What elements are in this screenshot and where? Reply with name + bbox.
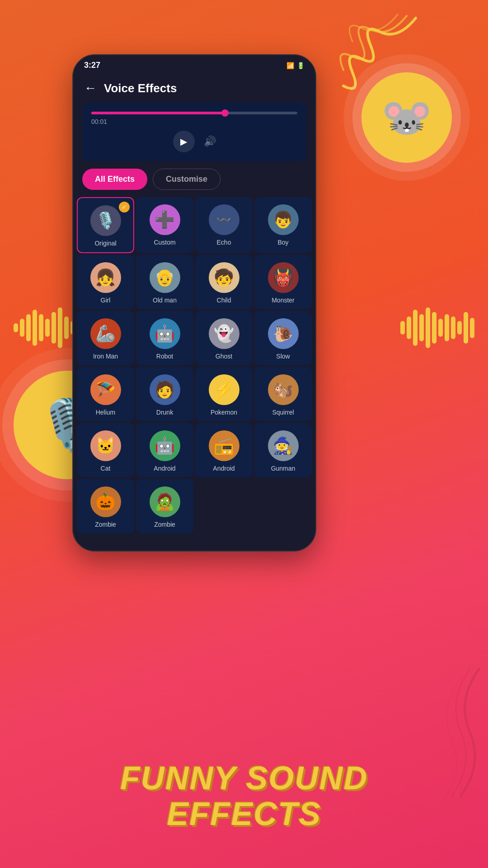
effect-icon-girl: 👧	[90, 262, 121, 293]
effect-drunk[interactable]: 🧑 Drunk	[136, 367, 193, 421]
effect-icon-child: 🧒	[209, 262, 239, 293]
effect-original[interactable]: ✓ 🎙️ Original	[77, 197, 134, 253]
progress-fill	[91, 112, 225, 114]
effect-label-drunk: Drunk	[156, 409, 173, 416]
effect-android[interactable]: 🤖 Android	[136, 423, 193, 477]
effect-icon-zombie2: 🧟	[150, 486, 180, 517]
effect-icon-drunk: 🧑	[150, 374, 180, 405]
time-display: 00:01	[91, 118, 107, 125]
effect-icon-echo: 〰️	[209, 204, 239, 235]
effect-icon-boy: 👦	[268, 204, 299, 235]
effect-label-cat: Cat	[101, 465, 111, 472]
effect-label-boy: Boy	[277, 239, 288, 246]
effect-girl[interactable]: 👧 Girl	[77, 255, 134, 309]
effect-custom[interactable]: ➕ Custom	[136, 197, 193, 253]
effect-label-old-man: Old man	[153, 297, 177, 304]
play-button[interactable]: ▶	[173, 131, 195, 152]
status-time: 3:27	[84, 61, 100, 70]
effect-helium[interactable]: 🪂 Helium	[77, 367, 134, 421]
wifi-icon: 📶	[286, 62, 294, 69]
effect-zombie1[interactable]: 🎃 Zombie	[77, 479, 134, 533]
page-title: Voice Effects	[104, 81, 177, 95]
effect-icon-custom: ➕	[150, 204, 180, 235]
selected-check: ✓	[119, 202, 130, 212]
progress-thumb[interactable]	[221, 109, 229, 117]
effect-label-android: Android	[154, 465, 175, 472]
audio-player: 00:01 ▶ 🔊	[82, 103, 306, 161]
effect-label-zombie1: Zombie	[95, 521, 116, 528]
effect-label-original: Original	[94, 240, 116, 247]
effect-label-custom: Custom	[154, 239, 175, 246]
effect-cat[interactable]: 🐱 Cat	[77, 423, 134, 477]
effect-label-robot: Robot	[156, 353, 173, 360]
effect-robot[interactable]: 🤖 Robot	[136, 311, 193, 365]
effect-child[interactable]: 🧒 Child	[195, 255, 253, 309]
back-button[interactable]: ←	[84, 81, 97, 95]
tab-bar: All Effects Customise	[73, 169, 315, 190]
effect-icon-ghost: 👻	[209, 318, 239, 349]
camera-notch	[185, 61, 203, 67]
effect-icon-radio: 📻	[209, 430, 239, 461]
effect-gunman[interactable]: 🧙 Gunman	[254, 423, 312, 477]
effect-boy[interactable]: 👦 Boy	[254, 197, 312, 253]
effects-grid: ✓ 🎙️ Original ➕ Custom 〰️ Echo 👦 Boy 👧 G…	[73, 197, 315, 533]
effect-monster[interactable]: 👹 Monster	[254, 255, 312, 309]
effect-pokemon[interactable]: ⚡ Pokemon	[195, 367, 253, 421]
effect-label-girl: Girl	[101, 297, 111, 304]
effect-icon-robot: 🤖	[150, 318, 180, 349]
effect-squirrel[interactable]: 🐿️ Squirrel	[254, 367, 312, 421]
sound-wave-right	[400, 307, 474, 348]
effect-echo[interactable]: 〰️ Echo	[195, 197, 253, 253]
effect-label-slow: Slow	[276, 353, 290, 360]
effect-label-helium: Helium	[96, 409, 116, 416]
effect-slow[interactable]: 🐌 Slow	[254, 311, 312, 365]
effect-icon-zombie1: 🎃	[90, 486, 121, 517]
effect-icon-helium: 🪂	[90, 374, 121, 405]
effect-zombie2[interactable]: 🧟 Zombie	[136, 479, 193, 533]
pikachu-decoration: ⚡ 🐭	[361, 72, 452, 163]
effect-icon-old-man: 👴	[150, 262, 180, 293]
tab-all-effects[interactable]: All Effects	[82, 169, 147, 190]
effect-label-squirrel: Squirrel	[272, 409, 294, 416]
bottom-title-line2: EFFECTS	[0, 796, 488, 832]
effect-iron-man[interactable]: 🦾 Iron Man	[77, 311, 134, 365]
progress-bar[interactable]	[91, 112, 297, 114]
effect-label-zombie2: Zombie	[154, 521, 175, 528]
tab-customise[interactable]: Customise	[153, 169, 221, 190]
effect-icon-original: 🎙️	[90, 205, 121, 236]
effect-label-ghost: Ghost	[216, 353, 232, 360]
status-bar: 3:27 📶 🔋	[73, 55, 315, 74]
volume-icon[interactable]: 🔊	[204, 136, 216, 147]
effect-label-iron-man: Iron Man	[93, 353, 118, 360]
effect-icon-cat: 🐱	[90, 430, 121, 461]
effect-label-monster: Monster	[272, 297, 295, 304]
player-controls: ▶ 🔊	[91, 131, 297, 152]
effect-icon-squirrel: 🐿️	[268, 374, 299, 405]
effect-radio[interactable]: 📻 Android	[195, 423, 253, 477]
bottom-title-line1: FUNNY SOUND	[0, 760, 488, 796]
effect-icon-iron-man: 🦾	[90, 318, 121, 349]
effect-icon-monster: 👹	[268, 262, 299, 293]
effect-icon-pokemon: ⚡	[209, 374, 239, 405]
effect-label-gunman: Gunman	[271, 465, 296, 472]
app-header: ← Voice Effects	[73, 74, 315, 103]
effect-old-man[interactable]: 👴 Old man	[136, 255, 193, 309]
effect-icon-gunman: 🧙	[268, 430, 299, 461]
effect-label-echo: Echo	[217, 239, 231, 246]
status-icons: 📶 🔋	[286, 62, 305, 69]
effect-icon-android: 🤖	[150, 430, 180, 461]
phone-frame: 3:27 📶 🔋 ← Voice Effects 00:01 ▶ 🔊 All E…	[72, 54, 316, 552]
effect-label-child: Child	[217, 297, 231, 304]
effect-ghost[interactable]: 👻 Ghost	[195, 311, 253, 365]
effect-label-pokemon: Pokemon	[211, 409, 237, 416]
effect-label-radio: Android	[213, 465, 235, 472]
battery-icon: 🔋	[297, 62, 305, 69]
effect-icon-slow: 🐌	[268, 318, 299, 349]
bottom-title-section: FUNNY SOUND EFFECTS	[0, 760, 488, 832]
